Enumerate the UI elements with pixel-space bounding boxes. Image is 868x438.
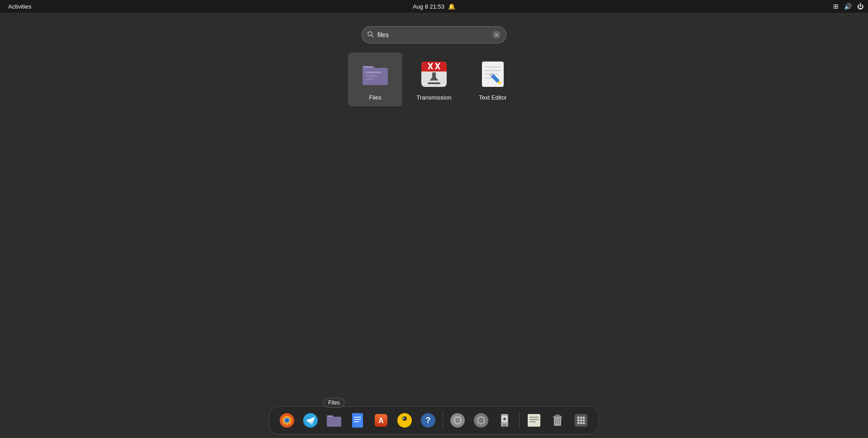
files-label: Files [369,94,381,101]
dock-item-help[interactable]: ? [417,409,439,431]
search-clear-button[interactable]: ✕ [492,31,501,39]
power-icon[interactable]: ⏻ [857,3,863,10]
svg-rect-32 [327,417,341,427]
svg-point-76 [583,422,585,424]
main-content: ✕ Files [0,13,868,438]
svg-line-1 [372,35,373,37]
dock-item-files[interactable]: Files [323,409,345,431]
svg-point-41 [402,416,407,421]
svg-point-42 [403,418,405,419]
svg-rect-36 [354,421,359,422]
transmission-label: Transmission [417,94,452,101]
svg-rect-58 [529,417,539,418]
search-input[interactable] [377,31,489,38]
text-editor-icon [478,60,507,89]
files-icon-container [359,58,391,90]
svg-point-52 [480,419,482,421]
dock-item-firefox[interactable] [276,409,298,431]
text-editor-icon-container [477,58,509,90]
transmission-icon-container [418,58,450,90]
dock-separator-1 [443,412,443,428]
svg-point-68 [577,417,580,419]
dock-item-orca[interactable] [394,409,415,431]
dock-item-disc1[interactable] [447,409,468,431]
dock-item-notes[interactable] [523,409,545,431]
text-editor-label: Text Editor [479,94,506,101]
svg-point-74 [577,422,580,424]
dock-item-drive[interactable] [494,409,515,431]
transmission-icon [420,60,448,89]
svg-point-75 [580,422,582,424]
svg-point-70 [583,417,585,419]
search-container: ✕ [362,26,506,43]
svg-text:A: A [378,417,384,424]
svg-point-73 [583,419,585,422]
svg-rect-54 [503,424,506,427]
datetime-label: Aug 8 21:53 [413,3,444,10]
dock-item-telegram[interactable] [300,409,321,431]
bell-icon[interactable]: 🔔 [448,3,455,10]
search-bar[interactable]: ✕ [362,26,506,43]
svg-rect-60 [529,421,536,422]
svg-point-56 [503,418,506,420]
network-icon[interactable]: ⊞ [833,3,839,10]
volume-icon[interactable]: 🔊 [844,3,852,10]
activities-button[interactable]: Activities [5,2,35,11]
app-item-text-editor[interactable]: Text Editor [466,52,520,106]
svg-point-28 [286,419,288,422]
files-icon [361,60,390,89]
top-bar: Activities Aug 8 21:53 🔔 ⊞ 🔊 ⏻ [0,0,868,13]
svg-rect-35 [354,419,361,420]
dock-item-software[interactable]: A [370,409,392,431]
svg-rect-5 [365,78,374,80]
svg-rect-33 [352,413,363,428]
svg-point-72 [580,419,582,422]
svg-rect-3 [365,71,382,73]
dock-tooltip-files: Files [323,398,344,408]
svg-rect-34 [354,417,361,418]
app-item-transmission[interactable]: Transmission [407,52,461,106]
dock-separator-2 [519,412,520,428]
dock-item-trash[interactable] [547,409,568,431]
dock-item-disc2[interactable] [470,409,492,431]
dock: Files A [269,406,599,434]
app-item-files[interactable]: Files [348,52,402,106]
svg-rect-59 [529,419,539,420]
dock-item-show-apps[interactable] [570,409,592,431]
search-icon [367,31,374,39]
svg-rect-4 [365,75,378,76]
svg-rect-63 [555,414,560,416]
svg-rect-8 [421,68,447,71]
top-bar-right: ⊞ 🔊 ⏻ [833,3,863,10]
svg-rect-15 [428,82,440,84]
top-bar-datetime: Aug 8 21:53 🔔 [413,3,455,10]
svg-rect-14 [432,72,436,79]
app-grid: Files [348,52,520,106]
svg-rect-57 [528,414,540,427]
dock-item-google-docs[interactable] [347,409,368,431]
svg-text:?: ? [426,416,431,425]
svg-point-69 [580,417,582,419]
svg-point-71 [577,419,580,422]
svg-point-48 [457,419,458,421]
